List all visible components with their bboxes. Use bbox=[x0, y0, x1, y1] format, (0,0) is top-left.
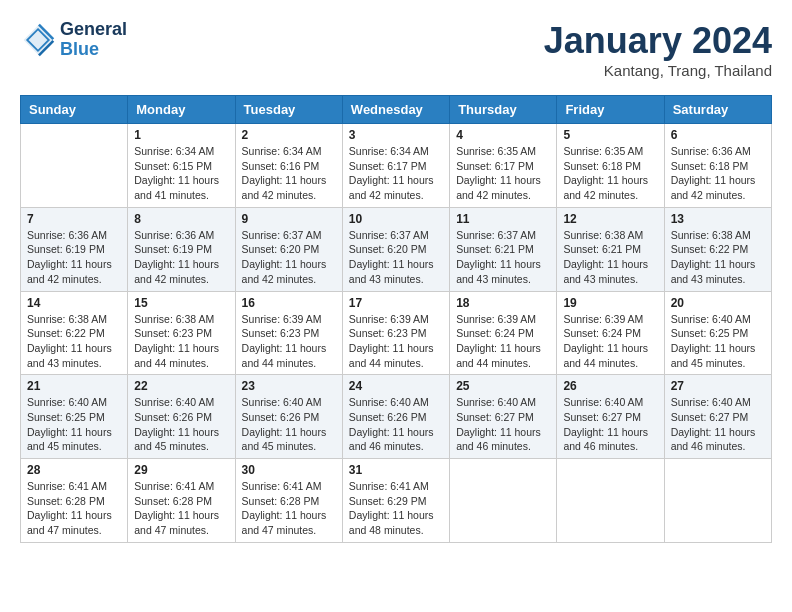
day-detail: Sunrise: 6:35 AMSunset: 6:18 PMDaylight:… bbox=[563, 144, 657, 203]
day-detail: Sunrise: 6:36 AMSunset: 6:19 PMDaylight:… bbox=[134, 228, 228, 287]
day-number: 7 bbox=[27, 212, 121, 226]
header-friday: Friday bbox=[557, 96, 664, 124]
logo-icon bbox=[20, 22, 56, 58]
day-detail: Sunrise: 6:34 AMSunset: 6:17 PMDaylight:… bbox=[349, 144, 443, 203]
calendar-header-row: SundayMondayTuesdayWednesdayThursdayFrid… bbox=[21, 96, 772, 124]
calendar-cell: 5Sunrise: 6:35 AMSunset: 6:18 PMDaylight… bbox=[557, 124, 664, 208]
day-detail: Sunrise: 6:38 AMSunset: 6:21 PMDaylight:… bbox=[563, 228, 657, 287]
header-saturday: Saturday bbox=[664, 96, 771, 124]
day-number: 22 bbox=[134, 379, 228, 393]
day-number: 11 bbox=[456, 212, 550, 226]
day-number: 28 bbox=[27, 463, 121, 477]
calendar-cell: 7Sunrise: 6:36 AMSunset: 6:19 PMDaylight… bbox=[21, 207, 128, 291]
day-detail: Sunrise: 6:40 AMSunset: 6:26 PMDaylight:… bbox=[242, 395, 336, 454]
day-number: 19 bbox=[563, 296, 657, 310]
day-number: 17 bbox=[349, 296, 443, 310]
day-detail: Sunrise: 6:40 AMSunset: 6:26 PMDaylight:… bbox=[134, 395, 228, 454]
calendar-cell: 25Sunrise: 6:40 AMSunset: 6:27 PMDayligh… bbox=[450, 375, 557, 459]
calendar-cell bbox=[450, 459, 557, 543]
calendar-cell: 15Sunrise: 6:38 AMSunset: 6:23 PMDayligh… bbox=[128, 291, 235, 375]
header-sunday: Sunday bbox=[21, 96, 128, 124]
header-wednesday: Wednesday bbox=[342, 96, 449, 124]
day-detail: Sunrise: 6:39 AMSunset: 6:24 PMDaylight:… bbox=[456, 312, 550, 371]
day-number: 29 bbox=[134, 463, 228, 477]
day-number: 23 bbox=[242, 379, 336, 393]
calendar-cell: 3Sunrise: 6:34 AMSunset: 6:17 PMDaylight… bbox=[342, 124, 449, 208]
day-number: 25 bbox=[456, 379, 550, 393]
calendar-cell: 10Sunrise: 6:37 AMSunset: 6:20 PMDayligh… bbox=[342, 207, 449, 291]
day-number: 27 bbox=[671, 379, 765, 393]
header-thursday: Thursday bbox=[450, 96, 557, 124]
day-detail: Sunrise: 6:41 AMSunset: 6:29 PMDaylight:… bbox=[349, 479, 443, 538]
day-detail: Sunrise: 6:37 AMSunset: 6:20 PMDaylight:… bbox=[349, 228, 443, 287]
day-detail: Sunrise: 6:38 AMSunset: 6:23 PMDaylight:… bbox=[134, 312, 228, 371]
day-detail: Sunrise: 6:36 AMSunset: 6:19 PMDaylight:… bbox=[27, 228, 121, 287]
calendar-cell: 16Sunrise: 6:39 AMSunset: 6:23 PMDayligh… bbox=[235, 291, 342, 375]
calendar-cell: 2Sunrise: 6:34 AMSunset: 6:16 PMDaylight… bbox=[235, 124, 342, 208]
calendar-cell: 20Sunrise: 6:40 AMSunset: 6:25 PMDayligh… bbox=[664, 291, 771, 375]
day-number: 24 bbox=[349, 379, 443, 393]
calendar-cell: 8Sunrise: 6:36 AMSunset: 6:19 PMDaylight… bbox=[128, 207, 235, 291]
day-number: 14 bbox=[27, 296, 121, 310]
calendar-week-2: 7Sunrise: 6:36 AMSunset: 6:19 PMDaylight… bbox=[21, 207, 772, 291]
day-detail: Sunrise: 6:40 AMSunset: 6:26 PMDaylight:… bbox=[349, 395, 443, 454]
day-number: 3 bbox=[349, 128, 443, 142]
logo-text-line2: Blue bbox=[60, 40, 127, 60]
day-detail: Sunrise: 6:36 AMSunset: 6:18 PMDaylight:… bbox=[671, 144, 765, 203]
calendar-table: SundayMondayTuesdayWednesdayThursdayFrid… bbox=[20, 95, 772, 543]
title-block: January 2024 Kantang, Trang, Thailand bbox=[544, 20, 772, 79]
calendar-week-1: 1Sunrise: 6:34 AMSunset: 6:15 PMDaylight… bbox=[21, 124, 772, 208]
day-number: 4 bbox=[456, 128, 550, 142]
day-detail: Sunrise: 6:41 AMSunset: 6:28 PMDaylight:… bbox=[242, 479, 336, 538]
calendar-cell: 29Sunrise: 6:41 AMSunset: 6:28 PMDayligh… bbox=[128, 459, 235, 543]
calendar-cell bbox=[21, 124, 128, 208]
calendar-cell: 19Sunrise: 6:39 AMSunset: 6:24 PMDayligh… bbox=[557, 291, 664, 375]
day-detail: Sunrise: 6:40 AMSunset: 6:27 PMDaylight:… bbox=[456, 395, 550, 454]
day-number: 18 bbox=[456, 296, 550, 310]
calendar-week-5: 28Sunrise: 6:41 AMSunset: 6:28 PMDayligh… bbox=[21, 459, 772, 543]
day-detail: Sunrise: 6:41 AMSunset: 6:28 PMDaylight:… bbox=[27, 479, 121, 538]
day-number: 10 bbox=[349, 212, 443, 226]
calendar-cell: 9Sunrise: 6:37 AMSunset: 6:20 PMDaylight… bbox=[235, 207, 342, 291]
day-number: 31 bbox=[349, 463, 443, 477]
calendar-cell: 26Sunrise: 6:40 AMSunset: 6:27 PMDayligh… bbox=[557, 375, 664, 459]
calendar-cell: 14Sunrise: 6:38 AMSunset: 6:22 PMDayligh… bbox=[21, 291, 128, 375]
calendar-cell: 1Sunrise: 6:34 AMSunset: 6:15 PMDaylight… bbox=[128, 124, 235, 208]
calendar-cell: 27Sunrise: 6:40 AMSunset: 6:27 PMDayligh… bbox=[664, 375, 771, 459]
calendar-week-3: 14Sunrise: 6:38 AMSunset: 6:22 PMDayligh… bbox=[21, 291, 772, 375]
header-monday: Monday bbox=[128, 96, 235, 124]
header-tuesday: Tuesday bbox=[235, 96, 342, 124]
day-number: 8 bbox=[134, 212, 228, 226]
day-number: 13 bbox=[671, 212, 765, 226]
day-detail: Sunrise: 6:38 AMSunset: 6:22 PMDaylight:… bbox=[27, 312, 121, 371]
day-detail: Sunrise: 6:40 AMSunset: 6:25 PMDaylight:… bbox=[27, 395, 121, 454]
day-number: 30 bbox=[242, 463, 336, 477]
logo-text-line1: General bbox=[60, 20, 127, 40]
day-detail: Sunrise: 6:40 AMSunset: 6:25 PMDaylight:… bbox=[671, 312, 765, 371]
day-number: 12 bbox=[563, 212, 657, 226]
day-number: 1 bbox=[134, 128, 228, 142]
page-header: General Blue January 2024 Kantang, Trang… bbox=[20, 20, 772, 79]
day-number: 6 bbox=[671, 128, 765, 142]
calendar-cell bbox=[664, 459, 771, 543]
calendar-cell: 18Sunrise: 6:39 AMSunset: 6:24 PMDayligh… bbox=[450, 291, 557, 375]
calendar-cell: 28Sunrise: 6:41 AMSunset: 6:28 PMDayligh… bbox=[21, 459, 128, 543]
day-number: 26 bbox=[563, 379, 657, 393]
calendar-cell: 23Sunrise: 6:40 AMSunset: 6:26 PMDayligh… bbox=[235, 375, 342, 459]
day-detail: Sunrise: 6:34 AMSunset: 6:16 PMDaylight:… bbox=[242, 144, 336, 203]
calendar-cell: 4Sunrise: 6:35 AMSunset: 6:17 PMDaylight… bbox=[450, 124, 557, 208]
day-detail: Sunrise: 6:40 AMSunset: 6:27 PMDaylight:… bbox=[563, 395, 657, 454]
day-number: 2 bbox=[242, 128, 336, 142]
calendar-cell: 11Sunrise: 6:37 AMSunset: 6:21 PMDayligh… bbox=[450, 207, 557, 291]
calendar-cell: 22Sunrise: 6:40 AMSunset: 6:26 PMDayligh… bbox=[128, 375, 235, 459]
month-title: January 2024 bbox=[544, 20, 772, 62]
calendar-cell bbox=[557, 459, 664, 543]
day-number: 5 bbox=[563, 128, 657, 142]
day-detail: Sunrise: 6:35 AMSunset: 6:17 PMDaylight:… bbox=[456, 144, 550, 203]
calendar-cell: 12Sunrise: 6:38 AMSunset: 6:21 PMDayligh… bbox=[557, 207, 664, 291]
day-detail: Sunrise: 6:40 AMSunset: 6:27 PMDaylight:… bbox=[671, 395, 765, 454]
day-detail: Sunrise: 6:38 AMSunset: 6:22 PMDaylight:… bbox=[671, 228, 765, 287]
day-detail: Sunrise: 6:39 AMSunset: 6:23 PMDaylight:… bbox=[349, 312, 443, 371]
day-detail: Sunrise: 6:39 AMSunset: 6:23 PMDaylight:… bbox=[242, 312, 336, 371]
calendar-cell: 6Sunrise: 6:36 AMSunset: 6:18 PMDaylight… bbox=[664, 124, 771, 208]
